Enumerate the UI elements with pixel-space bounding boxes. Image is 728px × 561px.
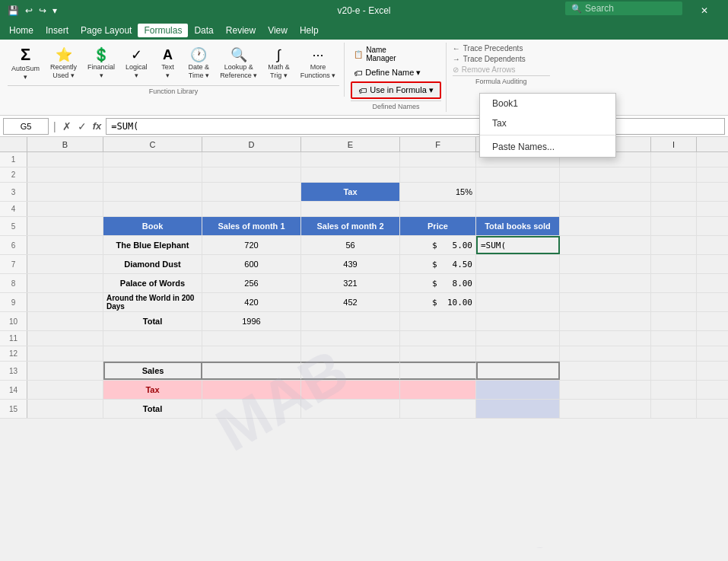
menu-home[interactable]: Home bbox=[3, 24, 40, 37]
datetime-button[interactable]: 🕐 Date &Time ▾ bbox=[185, 46, 214, 82]
menu-help[interactable]: Help bbox=[294, 24, 325, 37]
cell-f4[interactable] bbox=[400, 202, 476, 216]
cell-d12[interactable] bbox=[202, 346, 301, 361]
cell-d3[interactable] bbox=[202, 183, 301, 201]
redo-icon[interactable]: ↪ bbox=[37, 4, 48, 18]
cell-d9[interactable]: 420 bbox=[202, 293, 301, 311]
recently-used-button[interactable]: ⭐ RecentlyUsed ▾ bbox=[46, 46, 81, 82]
cell-e2[interactable] bbox=[301, 167, 400, 182]
cell-b7[interactable] bbox=[27, 255, 103, 273]
search-bar[interactable]: 🔍 bbox=[565, 2, 682, 15]
cell-c13[interactable]: Sales bbox=[103, 362, 202, 380]
menu-formulas[interactable]: Formulas bbox=[138, 24, 188, 37]
cell-g6[interactable]: =SUM( bbox=[476, 236, 560, 254]
cell-e8[interactable]: 321 bbox=[301, 274, 400, 292]
cell-b8[interactable] bbox=[27, 274, 103, 292]
cell-f1[interactable] bbox=[400, 152, 476, 167]
cell-e9[interactable]: 452 bbox=[301, 293, 400, 311]
cell-e4[interactable] bbox=[301, 202, 400, 216]
cell-b1[interactable] bbox=[27, 152, 103, 167]
col-header-i[interactable]: I bbox=[651, 137, 697, 152]
cell-b10[interactable] bbox=[27, 312, 103, 330]
cell-g4[interactable] bbox=[476, 202, 560, 216]
cell-h4[interactable] bbox=[560, 202, 651, 216]
dropdown-item-paste-names[interactable]: Paste Names... bbox=[480, 137, 615, 157]
menu-insert[interactable]: Insert bbox=[40, 24, 75, 37]
undo-icon[interactable]: ↩ bbox=[24, 4, 34, 18]
cell-f2[interactable] bbox=[400, 167, 476, 182]
more-icon[interactable]: ▾ bbox=[51, 4, 59, 18]
cell-c14[interactable]: Tax bbox=[103, 381, 202, 399]
cell-h8[interactable] bbox=[560, 274, 651, 292]
dropdown-item-book1[interactable]: Book1 bbox=[480, 94, 615, 113]
cell-b9[interactable] bbox=[27, 293, 103, 311]
cell-g7[interactable] bbox=[476, 255, 560, 273]
cell-g5[interactable]: Total books sold bbox=[476, 217, 560, 235]
cell-c6[interactable]: The Blue Elephant bbox=[103, 236, 202, 254]
cell-b6[interactable] bbox=[27, 236, 103, 254]
cell-b14[interactable] bbox=[27, 381, 103, 399]
financial-button[interactable]: 💲 Financial▾ bbox=[84, 46, 119, 82]
cell-e13[interactable] bbox=[301, 362, 400, 380]
cell-h7[interactable] bbox=[560, 255, 651, 273]
menu-view[interactable]: View bbox=[262, 24, 294, 37]
trace-dependents-button[interactable]: → Trace Dependents bbox=[453, 55, 550, 63]
cell-d7[interactable]: 600 bbox=[202, 255, 301, 273]
cell-i3[interactable] bbox=[651, 183, 697, 201]
menu-page-layout[interactable]: Page Layout bbox=[75, 24, 138, 37]
cell-e5[interactable]: Sales of month 2 bbox=[301, 217, 400, 235]
col-header-e[interactable]: E bbox=[301, 137, 400, 152]
cell-e6[interactable]: 56 bbox=[301, 236, 400, 254]
name-box[interactable] bbox=[3, 118, 49, 135]
cell-g13[interactable] bbox=[476, 362, 560, 380]
cell-g9[interactable] bbox=[476, 293, 560, 311]
cell-d8[interactable]: 256 bbox=[202, 274, 301, 292]
cell-h5[interactable] bbox=[560, 217, 651, 235]
cell-h9[interactable] bbox=[560, 293, 651, 311]
cell-c5[interactable]: Book bbox=[103, 217, 202, 235]
cell-e3[interactable]: Tax bbox=[301, 183, 400, 201]
name-manager-button[interactable]: 📋 NameManager bbox=[351, 44, 441, 64]
cell-d6[interactable]: 720 bbox=[202, 236, 301, 254]
cell-h2[interactable] bbox=[560, 167, 651, 182]
cell-i11[interactable] bbox=[651, 331, 697, 346]
cell-h10[interactable] bbox=[560, 312, 651, 330]
cell-c11[interactable] bbox=[103, 331, 202, 346]
cell-g15[interactable] bbox=[476, 400, 560, 418]
cell-h14[interactable] bbox=[560, 381, 651, 399]
cell-f11[interactable] bbox=[400, 331, 476, 346]
confirm-icon[interactable]: ✓ bbox=[76, 120, 88, 132]
cell-c15[interactable]: Total bbox=[103, 400, 202, 418]
cell-c10[interactable]: Total bbox=[103, 312, 202, 330]
cell-g14[interactable] bbox=[476, 381, 560, 399]
cell-g12[interactable] bbox=[476, 346, 560, 361]
cell-i14[interactable] bbox=[651, 381, 697, 399]
cell-e15[interactable] bbox=[301, 400, 400, 418]
col-header-f[interactable]: F bbox=[400, 137, 476, 152]
cell-d14[interactable] bbox=[202, 381, 301, 399]
search-input[interactable] bbox=[585, 3, 676, 14]
cell-b13[interactable] bbox=[27, 362, 103, 380]
col-header-d[interactable]: D bbox=[202, 137, 301, 152]
cell-g2[interactable] bbox=[476, 167, 560, 182]
cell-f7[interactable]: $ 4.50 bbox=[400, 255, 476, 273]
cell-b11[interactable] bbox=[27, 331, 103, 346]
cell-e11[interactable] bbox=[301, 331, 400, 346]
cell-f13[interactable] bbox=[400, 362, 476, 380]
cell-b12[interactable] bbox=[27, 346, 103, 361]
cell-d11[interactable] bbox=[202, 331, 301, 346]
cell-h6[interactable] bbox=[560, 236, 651, 254]
cell-c9[interactable]: Around the World in 200 Days bbox=[103, 293, 202, 311]
cell-c2[interactable] bbox=[103, 167, 202, 182]
cell-c3[interactable] bbox=[103, 183, 202, 201]
remove-arrows-button[interactable]: ⊘ Remove Arrows bbox=[453, 65, 550, 74]
cell-f6[interactable]: $ 5.00 bbox=[400, 236, 476, 254]
cell-b5[interactable] bbox=[27, 217, 103, 235]
cell-i7[interactable] bbox=[651, 255, 697, 273]
close-button[interactable]: ✕ bbox=[687, 0, 722, 21]
cell-h12[interactable] bbox=[560, 346, 651, 361]
formula-input[interactable] bbox=[106, 118, 725, 135]
cell-i15[interactable] bbox=[651, 400, 697, 418]
cell-d15[interactable] bbox=[202, 400, 301, 418]
lookup-button[interactable]: 🔍 Lookup &Reference ▾ bbox=[216, 46, 261, 82]
